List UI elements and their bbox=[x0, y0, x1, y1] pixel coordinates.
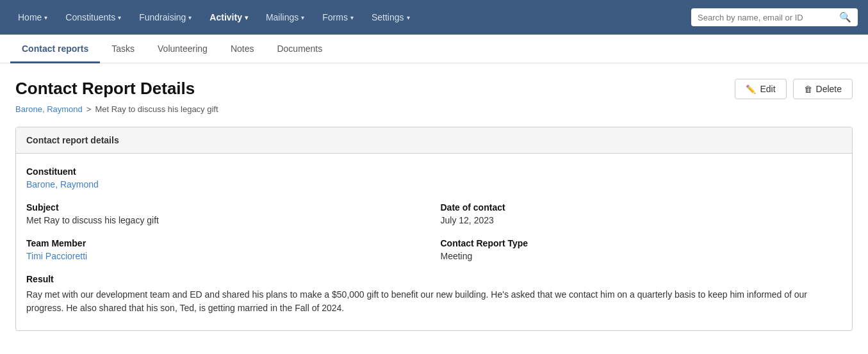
nav-label-settings: Settings bbox=[372, 12, 404, 22]
subject-value: Met Ray to discuss his legacy gift bbox=[26, 215, 428, 225]
edit-button[interactable]: ✏️ Edit bbox=[735, 79, 786, 99]
nav-label-forms: Forms bbox=[322, 12, 348, 22]
detail-card-header: Contact report details bbox=[16, 127, 852, 154]
breadcrumb-separator: > bbox=[86, 104, 92, 114]
tab-contact-reports[interactable]: Contact reports bbox=[10, 35, 100, 63]
team-type-row: Team Member Timi Paccioretti Contact Rep… bbox=[26, 238, 842, 261]
nav-label-activity: Activity bbox=[209, 12, 242, 22]
delete-button[interactable]: 🗑 Delete bbox=[793, 79, 853, 99]
detail-card: Contact report details Constituent Baron… bbox=[15, 127, 853, 331]
result-label: Result bbox=[26, 274, 842, 284]
delete-trash-icon: 🗑 bbox=[804, 84, 812, 94]
main-content: Contact Report Details ✏️ Edit 🗑 Delete … bbox=[0, 63, 868, 346]
result-text: Ray met with our development team and ED… bbox=[26, 288, 842, 315]
team-member-value[interactable]: Timi Paccioretti bbox=[26, 251, 428, 261]
chevron-constituents-icon: ▾ bbox=[118, 14, 121, 21]
chevron-settings-icon: ▾ bbox=[407, 14, 410, 21]
nav-label-constituents: Constituents bbox=[65, 12, 115, 22]
header-buttons: ✏️ Edit 🗑 Delete bbox=[735, 79, 853, 99]
detail-card-body: Constituent Barone, Raymond Subject Met … bbox=[16, 154, 852, 330]
result-section: Result Ray met with our development team… bbox=[26, 274, 842, 315]
contact-type-field: Contact Report Type Meeting bbox=[441, 238, 842, 261]
contact-type-label: Contact Report Type bbox=[441, 238, 842, 248]
breadcrumb-current: Met Ray to discuss his legacy gift bbox=[95, 104, 218, 114]
tab-documents[interactable]: Documents bbox=[265, 35, 334, 63]
sub-nav: Contact reports Tasks Volunteering Notes… bbox=[0, 35, 868, 63]
nav-item-home[interactable]: Home ▾ bbox=[10, 8, 55, 26]
nav-label-mailings: Mailings bbox=[266, 12, 299, 22]
search-icon: 🔍 bbox=[839, 12, 851, 23]
page-header: Contact Report Details ✏️ Edit 🗑 Delete bbox=[15, 79, 853, 99]
subject-date-row: Subject Met Ray to discuss his legacy gi… bbox=[26, 202, 842, 225]
nav-item-settings[interactable]: Settings ▾ bbox=[364, 8, 418, 26]
edit-pencil-icon: ✏️ bbox=[746, 84, 756, 94]
chevron-fundraising-icon: ▾ bbox=[188, 14, 192, 21]
date-value: July 12, 2023 bbox=[441, 215, 842, 225]
page-title: Contact Report Details bbox=[15, 79, 195, 99]
contact-type-value: Meeting bbox=[441, 251, 842, 261]
search-input[interactable] bbox=[698, 13, 835, 22]
chevron-activity-icon: ▾ bbox=[245, 14, 248, 21]
nav-item-constituents[interactable]: Constituents ▾ bbox=[58, 8, 129, 26]
team-member-field: Team Member Timi Paccioretti bbox=[26, 238, 428, 261]
tab-tasks[interactable]: Tasks bbox=[100, 35, 146, 63]
date-field: Date of contact July 12, 2023 bbox=[441, 202, 842, 225]
subject-field: Subject Met Ray to discuss his legacy gi… bbox=[26, 202, 428, 225]
nav-label-fundraising: Fundraising bbox=[139, 12, 186, 22]
constituent-section: Constituent Barone, Raymond bbox=[26, 166, 842, 189]
nav-item-activity[interactable]: Activity ▾ bbox=[202, 8, 256, 26]
chevron-home-icon: ▾ bbox=[44, 14, 47, 21]
nav-item-fundraising[interactable]: Fundraising ▾ bbox=[131, 8, 199, 26]
subject-label: Subject bbox=[26, 202, 428, 213]
breadcrumb: Barone, Raymond > Met Ray to discuss his… bbox=[15, 104, 853, 114]
constituent-label: Constituent bbox=[26, 166, 842, 177]
nav-label-home: Home bbox=[18, 12, 42, 22]
team-member-label: Team Member bbox=[26, 238, 428, 248]
tab-volunteering[interactable]: Volunteering bbox=[146, 35, 219, 63]
search-box[interactable]: 🔍 bbox=[691, 8, 858, 26]
top-nav: Home ▾ Constituents ▾ Fundraising ▾ Acti… bbox=[0, 0, 868, 35]
nav-item-forms[interactable]: Forms ▾ bbox=[315, 8, 361, 26]
tab-notes[interactable]: Notes bbox=[219, 35, 266, 63]
date-label: Date of contact bbox=[441, 202, 842, 213]
nav-item-mailings[interactable]: Mailings ▾ bbox=[258, 8, 312, 26]
chevron-forms-icon: ▾ bbox=[350, 14, 354, 21]
constituent-value[interactable]: Barone, Raymond bbox=[26, 179, 842, 189]
chevron-mailings-icon: ▾ bbox=[301, 14, 304, 21]
breadcrumb-link[interactable]: Barone, Raymond bbox=[15, 104, 83, 114]
